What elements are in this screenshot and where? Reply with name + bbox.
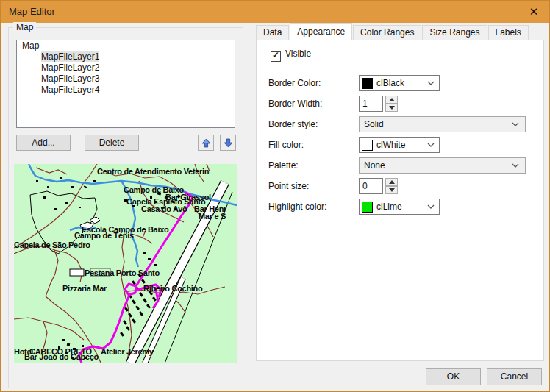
titlebar: Map Editor ✕ (1, 1, 549, 23)
check-icon: ✓ (272, 50, 279, 60)
fill-color-label: Fill color: (268, 137, 304, 153)
map-place-label: Pizzaria Mar (63, 284, 107, 293)
map-editor-dialog: Map Editor ✕ Map MapMapFileLayer1MapFile… (0, 0, 550, 392)
chevron-down-icon (512, 122, 519, 126)
highlight-color-swatch (362, 202, 373, 213)
point-size-input[interactable]: 0 (359, 178, 383, 194)
map-place-label: Mar e S (199, 212, 226, 221)
border-width-input[interactable]: 1 (359, 96, 383, 112)
border-style-combo[interactable]: Solid (359, 116, 526, 132)
point-size-label: Point size: (268, 178, 309, 194)
palette-label: Palette: (268, 157, 299, 174)
map-place-label: Ribeiro Cochino (143, 284, 203, 293)
chevron-down-icon (512, 163, 519, 168)
cancel-button[interactable]: Cancel (487, 368, 542, 385)
tab-data[interactable]: Data (256, 25, 289, 40)
spin-up-icon (389, 98, 395, 101)
border-color-swatch (362, 78, 373, 89)
border-style-value: Solid (364, 119, 512, 129)
visible-label: Visible (285, 49, 311, 59)
tab-size-ranges[interactable]: Size Ranges (422, 25, 487, 40)
highlight-color-label: Highlight color: (268, 199, 326, 215)
move-layer-down-button[interactable] (220, 135, 236, 151)
spin-down-button[interactable] (385, 186, 398, 194)
map-place-label: Campo de Ténis (74, 231, 134, 240)
add-button[interactable]: Add... (16, 135, 71, 151)
chevron-down-icon (427, 204, 435, 209)
up-arrow-icon (201, 138, 211, 148)
tree-layer-item[interactable]: MapFileLayer2 (17, 63, 235, 74)
spin-up-button[interactable] (385, 96, 398, 104)
map-place-label: Pestana Porto Santo (85, 268, 160, 277)
appearance-tab-page: ✓ Visible Border Color: clBlack Border W… (256, 40, 544, 361)
tabstrip: DataAppearanceColor RangesSize RangesLab… (256, 23, 529, 40)
highlight-color-value: clLime (376, 202, 427, 212)
map-place-label: Centro de Atendimento Veterin (97, 167, 210, 176)
layer-tree-list[interactable]: MapMapFileLayer1MapFileLayer2MapFileLaye… (16, 40, 235, 128)
spin-down-button[interactable] (385, 104, 398, 112)
map-place-label: Bar João do Cabeço (24, 352, 99, 361)
delete-button[interactable]: Delete (85, 135, 139, 151)
poi-marker-box (70, 269, 84, 276)
border-width-label: Border Width: (268, 96, 322, 112)
palette-value: None (364, 160, 512, 171)
point-size-spinner (385, 178, 398, 194)
map-place-label: Capela de São Pedro (14, 240, 90, 249)
fill-color-value: clWhite (376, 140, 427, 150)
ok-button[interactable]: OK (426, 368, 481, 385)
fill-color-swatch (362, 140, 373, 151)
map-groupbox: Map MapMapFileLayer1MapFileLayer2MapFile… (8, 27, 243, 388)
tab-labels[interactable]: Labels (488, 25, 529, 40)
map-preview: Centro de Atendimento VeterinCampo de Ba… (14, 164, 237, 363)
tab-color-ranges[interactable]: Color Ranges (353, 25, 421, 40)
fill-color-combo[interactable]: clWhite (359, 137, 440, 153)
down-arrow-icon (224, 138, 233, 148)
highlight-color-combo[interactable]: clLime (359, 199, 440, 215)
tab-appearance[interactable]: Appearance (290, 23, 352, 40)
move-layer-up-button[interactable] (198, 135, 214, 151)
border-color-label: Border Color: (268, 75, 321, 91)
tree-root-item[interactable]: Map (17, 40, 235, 51)
spin-down-icon (389, 106, 395, 110)
border-style-label: Border style: (268, 116, 318, 132)
tree-layer-item[interactable]: MapFileLayer4 (17, 85, 235, 96)
chevron-down-icon (427, 81, 435, 85)
visible-checkbox[interactable]: ✓ (271, 51, 281, 62)
tree-layer-item[interactable]: MapFileLayer3 (17, 74, 235, 85)
spin-down-icon (389, 188, 395, 192)
map-place-label: Casa do Avô (141, 204, 188, 213)
window-title: Map Editor (9, 6, 55, 17)
spin-up-button[interactable] (385, 178, 398, 186)
border-color-combo[interactable]: clBlack (359, 75, 440, 91)
map-groupbox-label: Map (13, 22, 36, 32)
border-width-spinner (385, 96, 398, 112)
chevron-down-icon (427, 143, 435, 147)
border-color-value: clBlack (376, 78, 427, 88)
map-place-label: Atelier Jeremy (101, 347, 154, 356)
dialog-body: Map MapMapFileLayer1MapFileLayer2MapFile… (1, 23, 550, 392)
close-button[interactable]: ✕ (518, 1, 549, 23)
spin-up-icon (389, 180, 395, 184)
tree-layer-item[interactable]: MapFileLayer1 (17, 51, 235, 63)
palette-combo[interactable]: None (359, 157, 526, 174)
